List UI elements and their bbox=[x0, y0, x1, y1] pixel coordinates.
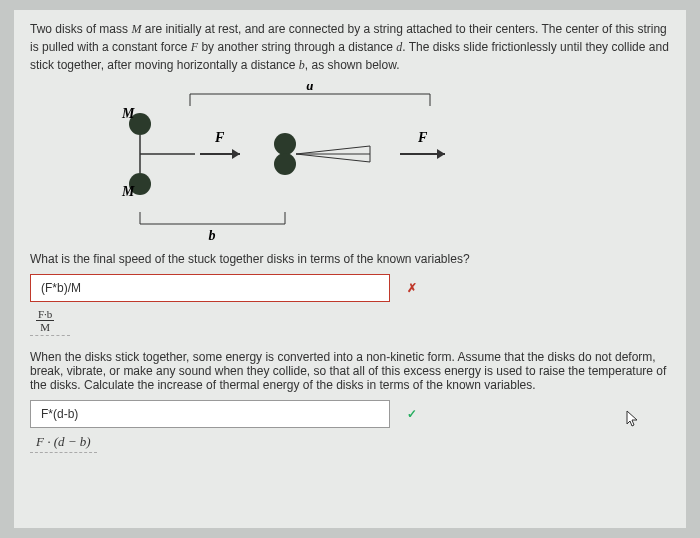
text: by another string through a distance bbox=[198, 40, 396, 54]
wrong-mark-icon: ✗ bbox=[407, 281, 417, 295]
answer-block-1: (F*b)/M ✗ F·b M bbox=[30, 274, 670, 336]
text: , as shown below. bbox=[305, 58, 400, 72]
frac-num: F·b bbox=[36, 308, 54, 321]
correct-mark-icon: ✓ bbox=[407, 407, 417, 421]
svg-point-13 bbox=[274, 153, 296, 175]
rendered-answer-1: F·b M bbox=[30, 306, 70, 336]
var-F: F bbox=[191, 40, 198, 54]
label-M1: M bbox=[121, 106, 135, 121]
answer-input-1[interactable]: (F*b)/M bbox=[30, 274, 390, 302]
rendered-answer-2: F · (d − b) bbox=[30, 432, 97, 453]
svg-point-12 bbox=[274, 133, 296, 155]
text: Two disks of mass bbox=[30, 22, 131, 36]
physics-diagram: d b M M F F bbox=[100, 84, 500, 244]
label-F1: F bbox=[214, 130, 225, 145]
label-b: b bbox=[209, 228, 216, 243]
label-F2: F bbox=[417, 130, 428, 145]
label-d: d bbox=[307, 84, 315, 93]
answer-block-2: F*(d-b) ✓ F · (d − b) bbox=[30, 400, 670, 453]
svg-marker-17 bbox=[437, 149, 445, 159]
var-M: M bbox=[131, 22, 141, 36]
svg-marker-11 bbox=[232, 149, 240, 159]
answer-input-2[interactable]: F*(d-b) bbox=[30, 400, 390, 428]
cursor-icon bbox=[626, 410, 640, 428]
question-1: What is the final speed of the stuck tog… bbox=[30, 252, 670, 266]
question-2: When the disks stick together, some ener… bbox=[30, 350, 670, 392]
problem-statement: Two disks of mass M are initially at res… bbox=[30, 20, 670, 74]
label-M2: M bbox=[121, 184, 135, 199]
problem-panel: Two disks of mass M are initially at res… bbox=[14, 10, 686, 528]
frac-den: M bbox=[36, 321, 54, 333]
